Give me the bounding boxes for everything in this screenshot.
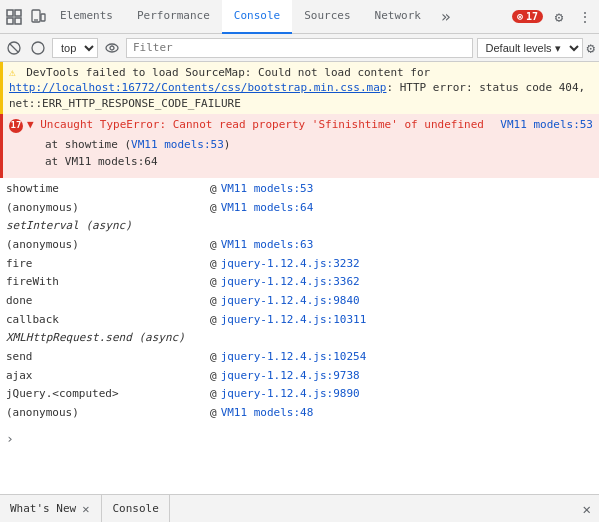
tab-network[interactable]: Network [363,0,433,34]
table-row: (anonymous) @ VM11 models:63 [6,236,593,255]
call-link[interactable]: VM11 models:53 [221,180,314,199]
toolbar-left [4,7,48,27]
tab-console[interactable]: Console [222,0,292,34]
call-link[interactable]: jquery-1.12.4.js:3232 [221,255,360,274]
call-name-async: XMLHttpRequest.send (async) [6,329,206,348]
call-link[interactable]: VM11 models:63 [221,236,314,255]
table-row: showtime @ VM11 models:53 [6,180,593,199]
call-name: fireWith [6,273,206,292]
table-row: (anonymous) @ VM11 models:64 [6,199,593,218]
tab-overflow[interactable]: » [433,7,459,26]
call-at: @ [210,367,217,386]
call-name: (anonymous) [6,404,206,423]
bottom-tab-console-label: Console [112,502,158,515]
error-title: ▼ Uncaught TypeError: Cannot read proper… [27,118,484,131]
svg-line-8 [10,43,19,52]
error-main-link[interactable]: VM11 models:53 [500,117,593,134]
call-name: callback [6,311,206,330]
console-toolbar: top Default levels ▾ ⚙ [0,34,599,62]
table-row: XMLHttpRequest.send (async) [6,329,593,348]
call-name: showtime [6,180,206,199]
call-name: fire [6,255,206,274]
call-name: jQuery.<computed> [6,385,206,404]
call-link[interactable]: jquery-1.12.4.js:3362 [221,273,360,292]
svg-rect-5 [41,14,45,21]
call-link[interactable]: VM11 models:48 [221,404,314,423]
call-at: @ [210,404,217,423]
table-row: send @ jquery-1.12.4.js:10254 [6,348,593,367]
filter-input[interactable] [126,38,473,58]
call-at: @ [210,273,217,292]
error-header-row: 17▼ Uncaught TypeError: Cannot read prop… [9,117,593,134]
svg-rect-1 [15,10,21,16]
expand-row[interactable]: › [0,427,599,450]
table-row: setInterval (async) [6,217,593,236]
call-name: (anonymous) [6,199,206,218]
more-options-icon[interactable]: ⋮ [575,9,595,25]
error-count: 17 [526,11,538,22]
tab-list: Elements Performance Console Sources Net… [48,0,512,34]
stack-at-showtime: at showtime (VM11 models:53) [33,136,587,154]
console-settings-icon[interactable]: ⚙ [587,40,595,56]
bottom-tab-whats-new-label: What's New [10,502,76,515]
call-at: @ [210,348,217,367]
warning-link[interactable]: http://localhost:16772/Contents/css/boot… [9,81,387,94]
bottom-tab-whats-new[interactable]: What's New ✕ [0,495,102,523]
bottom-tab-close-icon[interactable]: ✕ [80,502,91,516]
table-row: callback @ jquery-1.12.4.js:10311 [6,311,593,330]
error-count-badge: ⊗ 17 [512,10,543,23]
svg-point-11 [110,46,114,50]
tab-sources[interactable]: Sources [292,0,362,34]
table-row: fire @ jquery-1.12.4.js:3232 [6,255,593,274]
bottom-bar-close-button[interactable]: ✕ [575,501,599,517]
error-icon: ⊗ [517,11,523,22]
svg-rect-0 [7,10,13,16]
call-name: ajax [6,367,206,386]
table-row: ajax @ jquery-1.12.4.js:9738 [6,367,593,386]
warning-message: ⚠ DevTools failed to load SourceMap: Cou… [0,62,599,114]
settings-icon[interactable]: ⚙ [549,9,569,25]
error-inline-badge: 17 [9,119,23,133]
svg-rect-2 [7,18,13,24]
bottom-bar: What's New ✕ Console ✕ [0,494,599,522]
clear-log-icon[interactable] [4,38,24,58]
call-at: @ [210,180,217,199]
bottom-tab-console[interactable]: Console [102,495,169,523]
device-icon[interactable] [28,7,48,27]
call-at: @ [210,385,217,404]
error-header-left: 17▼ Uncaught TypeError: Cannot read prop… [9,117,484,134]
console-content: ⚠ DevTools failed to load SourceMap: Cou… [0,62,599,494]
call-at: @ [210,199,217,218]
call-link[interactable]: jquery-1.12.4.js:10311 [221,311,367,330]
call-link[interactable]: jquery-1.12.4.js:9738 [221,367,360,386]
warning-icon: ⚠ [9,66,16,79]
table-row: (anonymous) @ VM11 models:48 [6,404,593,423]
svg-point-10 [106,44,118,52]
context-select[interactable]: top [52,38,98,58]
tab-elements[interactable]: Elements [48,0,125,34]
inspect-icon[interactable] [4,7,24,27]
call-at: @ [210,255,217,274]
call-link[interactable]: jquery-1.12.4.js:9840 [221,292,360,311]
svg-rect-3 [15,18,21,24]
call-name: done [6,292,206,311]
table-row: jQuery.<computed> @ jquery-1.12.4.js:989… [6,385,593,404]
main-toolbar: Elements Performance Console Sources Net… [0,0,599,34]
tab-performance[interactable]: Performance [125,0,222,34]
svg-point-9 [32,42,44,54]
levels-select[interactable]: Default levels ▾ [477,38,583,58]
stack-showtime-link[interactable]: VM11 models:53 [131,138,224,151]
stop-icon[interactable] [28,38,48,58]
call-link[interactable]: VM11 models:64 [221,199,314,218]
call-name: (anonymous) [6,236,206,255]
warning-text: DevTools failed to load SourceMap: Could… [20,66,431,79]
eye-icon[interactable] [102,38,122,58]
error-message-header: 17▼ Uncaught TypeError: Cannot read prop… [0,114,599,178]
stack-at-vm11: at VM11 models:64 [33,153,587,171]
call-name-async: setInterval (async) [6,217,206,236]
call-at: @ [210,311,217,330]
call-link[interactable]: jquery-1.12.4.js:10254 [221,348,367,367]
toolbar-right: ⊗ 17 ⚙ ⋮ [512,9,595,25]
call-stack-table: showtime @ VM11 models:53 (anonymous) @ … [0,178,599,427]
call-link[interactable]: jquery-1.12.4.js:9890 [221,385,360,404]
